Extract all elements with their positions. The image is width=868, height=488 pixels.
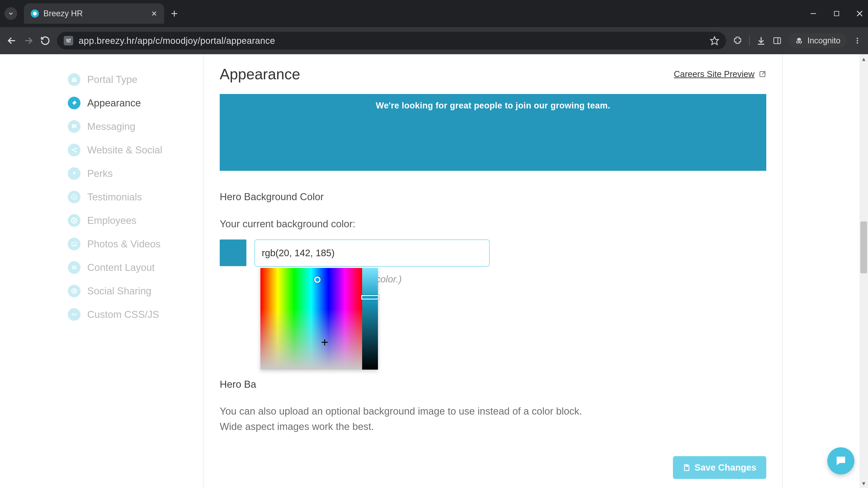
tab-favicon-icon — [31, 9, 39, 18]
hero-bg-image-description: You can also upload an optional backgrou… — [220, 403, 766, 434]
layout-icon — [68, 261, 81, 274]
browser-addressbar: app.breezy.hr/app/c/moodjoy/portal/appea… — [0, 27, 868, 54]
svg-point-20 — [797, 41, 799, 43]
sidebar-item-label: Employees — [87, 215, 136, 226]
careers-preview-link[interactable]: Careers Site Preview — [674, 69, 766, 79]
sidebar-item-appearance[interactable]: Appearance — [68, 91, 204, 115]
sidebar-item-testimonials[interactable]: Testimonials — [68, 185, 204, 209]
window-maximize-button[interactable] — [833, 10, 840, 17]
code-icon — [68, 308, 81, 321]
sidebar-item-social-sharing[interactable]: Social Sharing — [68, 279, 204, 303]
downloads-icon[interactable] — [756, 36, 766, 45]
bookmark-icon[interactable] — [710, 36, 719, 45]
color-picker[interactable]: + — [260, 268, 378, 369]
current-color-label: Your current background color: — [220, 218, 766, 230]
star-circle-icon — [68, 191, 81, 203]
svg-point-12 — [66, 39, 67, 40]
arrow-out-icon — [68, 285, 81, 297]
tab-search-button[interactable] — [4, 7, 17, 20]
sparkle-icon — [68, 167, 81, 180]
window-minimize-button[interactable] — [809, 9, 817, 18]
save-changes-button[interactable]: Save Changes — [673, 456, 766, 479]
scrollbar-thumb[interactable] — [860, 221, 867, 273]
new-tab-button[interactable]: + — [171, 7, 178, 20]
home-icon — [68, 73, 81, 86]
hint-text-fragment: color.) — [376, 274, 402, 285]
svg-point-23 — [857, 38, 858, 39]
share-icon — [68, 144, 81, 156]
site-settings-icon[interactable] — [64, 36, 73, 45]
address-url: app.breezy.hr/app/c/moodjoy/portal/appea… — [79, 36, 275, 46]
sidebar-item-messaging[interactable]: Messaging — [68, 115, 204, 138]
page-content: Portal Type Appearance Messaging Website… — [0, 54, 868, 488]
svg-point-25 — [857, 42, 858, 43]
window-close-button[interactable] — [856, 10, 864, 18]
incognito-icon — [795, 36, 803, 45]
scroll-down-arrow-icon[interactable]: ▾ — [860, 480, 868, 487]
sidebar-item-content-layout[interactable]: Content Layout — [68, 256, 204, 279]
nav-reload-button[interactable] — [40, 36, 50, 46]
brush-icon — [68, 97, 81, 109]
svg-point-24 — [857, 40, 858, 41]
hero-preview-banner: We're looking for great people to join o… — [220, 94, 766, 171]
sidebar-item-label: Messaging — [87, 121, 135, 132]
color-picker-shade-slider[interactable] — [362, 268, 378, 369]
svg-line-44 — [762, 72, 765, 74]
page-title: Appearance — [220, 66, 300, 83]
close-circle-icon — [68, 214, 81, 227]
svg-rect-18 — [774, 38, 780, 44]
hero-banner-text: We're looking for great people to join o… — [376, 101, 610, 110]
svg-rect-4 — [834, 11, 839, 16]
svg-point-0 — [33, 12, 37, 15]
browser-menu-button[interactable] — [854, 37, 861, 44]
svg-marker-15 — [710, 37, 718, 45]
sidebar-item-label: Perks — [87, 168, 113, 179]
svg-rect-45 — [685, 465, 688, 467]
color-picker-selection-ring[interactable] — [314, 276, 320, 283]
nav-back-button[interactable] — [7, 36, 17, 46]
svg-line-30 — [73, 150, 75, 151]
svg-point-14 — [69, 39, 70, 40]
hero-bg-color-heading: Hero Background Color — [220, 191, 766, 202]
preview-link-label: Careers Site Preview — [674, 69, 754, 79]
settings-sidebar: Portal Type Appearance Messaging Website… — [0, 54, 204, 488]
color-picker-cursor-icon: + — [321, 335, 329, 350]
sidebar-item-website-social[interactable]: Website & Social — [68, 138, 204, 162]
save-icon — [683, 464, 690, 471]
address-input[interactable]: app.breezy.hr/app/c/moodjoy/portal/appea… — [57, 32, 726, 50]
incognito-indicator[interactable]: Incognito — [788, 33, 847, 48]
sidebar-item-employees[interactable]: Employees — [68, 209, 204, 232]
sidebar-item-label: Portal Type — [87, 74, 137, 85]
vertical-scrollbar[interactable]: ▴ ▾ — [860, 54, 868, 488]
hero-bg-image-heading: Hero Ba — [220, 379, 766, 390]
sidebar-item-perks[interactable]: Perks — [68, 162, 204, 185]
hero-bg-image-desc-line1: You can also upload an optional backgrou… — [220, 403, 766, 419]
tab-close-button[interactable] — [151, 10, 157, 17]
sidebar-item-label: Testimonials — [87, 191, 142, 203]
external-link-icon — [758, 70, 766, 78]
color-picker-canvas[interactable]: + — [260, 268, 362, 369]
incognito-label: Incognito — [807, 36, 840, 45]
svg-point-13 — [68, 41, 69, 42]
browser-tab[interactable]: Breezy HR — [24, 3, 164, 24]
extensions-icon[interactable] — [733, 36, 742, 45]
shade-slider-handle[interactable] — [361, 295, 379, 300]
chat-icon — [68, 120, 81, 133]
sidebar-item-label: Custom CSS/JS — [87, 309, 159, 320]
scroll-up-arrow-icon[interactable]: ▴ — [860, 55, 868, 63]
save-button-label: Save Changes — [694, 462, 756, 473]
sidebar-item-custom-css-js[interactable]: Custom CSS/JS — [68, 303, 204, 326]
sidebar-item-portal-type[interactable]: Portal Type — [68, 68, 204, 91]
color-value-input[interactable] — [254, 239, 490, 267]
nav-forward-button[interactable] — [24, 36, 33, 46]
main-panel: Appearance Careers Site Preview We're lo… — [204, 54, 782, 488]
svg-point-21 — [799, 41, 802, 43]
sidepanel-icon[interactable] — [773, 36, 782, 45]
sidebar-item-label: Content Layout — [87, 262, 155, 273]
chat-bubble-icon — [835, 455, 847, 467]
sidebar-item-photos-videos[interactable]: Photos & Videos — [68, 232, 204, 256]
sidebar-item-label: Website & Social — [87, 144, 162, 156]
help-chat-button[interactable] — [827, 447, 855, 475]
color-swatch[interactable] — [220, 239, 246, 266]
sidebar-item-label: Photos & Videos — [87, 238, 161, 250]
